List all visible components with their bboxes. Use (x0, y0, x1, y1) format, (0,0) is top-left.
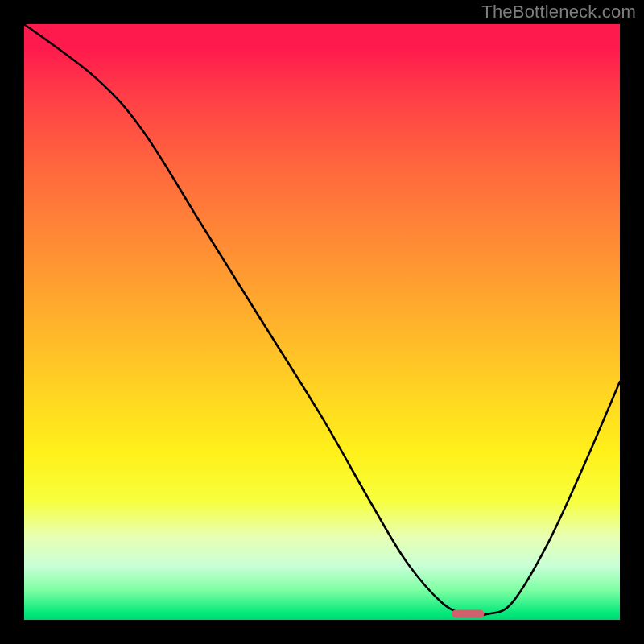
highlight-marker (452, 609, 484, 617)
series-curve (24, 24, 620, 615)
chart-svg (24, 24, 620, 620)
frame: TheBottleneck.com (0, 0, 644, 644)
watermark-text: TheBottleneck.com (481, 2, 636, 23)
